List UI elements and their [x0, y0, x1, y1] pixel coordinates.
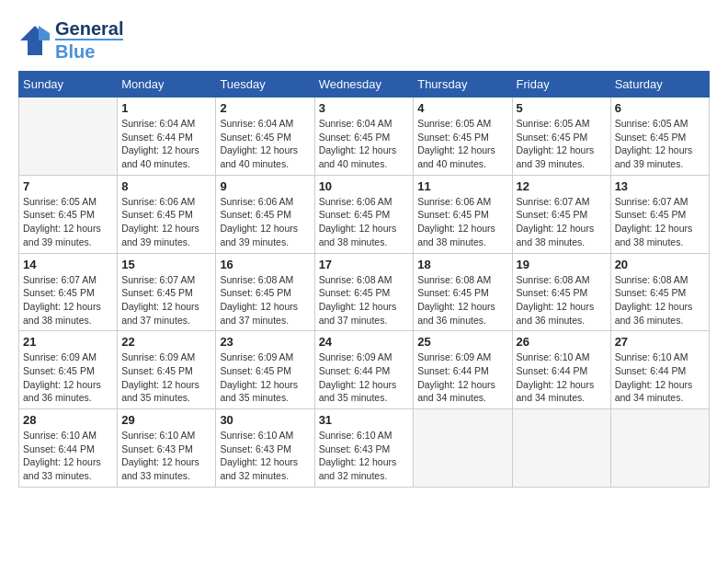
calendar-cell: 2Sunrise: 6:04 AM Sunset: 6:45 PM Daylig… [216, 98, 314, 176]
day-number: 3 [319, 101, 410, 115]
calendar-cell: 25Sunrise: 6:09 AM Sunset: 6:44 PM Dayli… [414, 331, 512, 409]
calendar-cell: 27Sunrise: 6:10 AM Sunset: 6:44 PM Dayli… [610, 331, 709, 409]
calendar-cell: 24Sunrise: 6:09 AM Sunset: 6:44 PM Dayli… [314, 331, 414, 409]
day-info: Sunrise: 6:07 AM Sunset: 6:45 PM Dayligh… [615, 195, 705, 249]
calendar-cell: 31Sunrise: 6:10 AM Sunset: 6:43 PM Dayli… [314, 409, 414, 488]
day-info: Sunrise: 6:05 AM Sunset: 6:45 PM Dayligh… [517, 117, 607, 171]
calendar-cell: 19Sunrise: 6:08 AM Sunset: 6:45 PM Dayli… [512, 253, 610, 331]
day-info: Sunrise: 6:07 AM Sunset: 6:45 PM Dayligh… [121, 273, 211, 327]
week-row-2: 7Sunrise: 6:05 AM Sunset: 6:45 PM Daylig… [19, 175, 710, 253]
day-number: 23 [220, 335, 310, 349]
calendar-cell [610, 409, 709, 488]
day-info: Sunrise: 6:08 AM Sunset: 6:45 PM Dayligh… [220, 273, 310, 327]
day-number: 19 [517, 258, 607, 271]
day-info: Sunrise: 6:06 AM Sunset: 6:45 PM Dayligh… [417, 195, 507, 249]
calendar-cell: 26Sunrise: 6:10 AM Sunset: 6:44 PM Dayli… [512, 331, 610, 409]
calendar-cell: 7Sunrise: 6:05 AM Sunset: 6:45 PM Daylig… [19, 175, 118, 253]
calendar-cell: 14Sunrise: 6:07 AM Sunset: 6:45 PM Dayli… [19, 253, 118, 331]
week-row-1: 1Sunrise: 6:04 AM Sunset: 6:44 PM Daylig… [19, 98, 710, 176]
calendar-cell: 12Sunrise: 6:07 AM Sunset: 6:45 PM Dayli… [512, 175, 610, 253]
day-info: Sunrise: 6:10 AM Sunset: 6:44 PM Dayligh… [23, 429, 113, 483]
day-number: 30 [220, 413, 310, 427]
day-number: 1 [121, 101, 211, 115]
day-number: 6 [615, 101, 705, 115]
day-number: 15 [121, 258, 211, 271]
logo-blue: Blue [55, 39, 123, 62]
day-number: 27 [615, 335, 705, 349]
day-info: Sunrise: 6:09 AM Sunset: 6:45 PM Dayligh… [220, 350, 310, 405]
header-wednesday: Wednesday [314, 72, 414, 98]
calendar-cell: 30Sunrise: 6:10 AM Sunset: 6:43 PM Dayli… [216, 409, 314, 488]
calendar-cell [414, 409, 512, 488]
day-number: 20 [615, 258, 705, 271]
day-info: Sunrise: 6:09 AM Sunset: 6:45 PM Dayligh… [23, 350, 113, 405]
day-info: Sunrise: 6:08 AM Sunset: 6:45 PM Dayligh… [615, 273, 705, 327]
day-number: 10 [319, 179, 410, 193]
day-info: Sunrise: 6:06 AM Sunset: 6:45 PM Dayligh… [319, 195, 410, 249]
day-info: Sunrise: 6:05 AM Sunset: 6:45 PM Dayligh… [23, 195, 113, 249]
day-info: Sunrise: 6:04 AM Sunset: 6:45 PM Dayligh… [319, 117, 410, 171]
day-number: 24 [319, 335, 410, 349]
calendar-cell: 4Sunrise: 6:05 AM Sunset: 6:45 PM Daylig… [414, 98, 512, 176]
day-number: 4 [417, 101, 507, 115]
header-saturday: Saturday [610, 72, 709, 98]
day-number: 16 [220, 258, 310, 271]
day-info: Sunrise: 6:09 AM Sunset: 6:44 PM Dayligh… [417, 350, 507, 405]
day-info: Sunrise: 6:06 AM Sunset: 6:45 PM Dayligh… [121, 195, 211, 249]
calendar-cell: 11Sunrise: 6:06 AM Sunset: 6:45 PM Dayli… [414, 175, 512, 253]
header-tuesday: Tuesday [216, 72, 314, 98]
calendar-cell: 5Sunrise: 6:05 AM Sunset: 6:45 PM Daylig… [512, 98, 610, 176]
calendar-cell: 17Sunrise: 6:08 AM Sunset: 6:45 PM Dayli… [314, 253, 414, 331]
calendar-cell: 16Sunrise: 6:08 AM Sunset: 6:45 PM Dayli… [216, 253, 314, 331]
header-thursday: Thursday [414, 72, 512, 98]
calendar-cell: 9Sunrise: 6:06 AM Sunset: 6:45 PM Daylig… [216, 175, 314, 253]
calendar-cell: 3Sunrise: 6:04 AM Sunset: 6:45 PM Daylig… [314, 98, 414, 176]
calendar-cell: 1Sunrise: 6:04 AM Sunset: 6:44 PM Daylig… [118, 98, 216, 176]
header-monday: Monday [118, 72, 216, 98]
day-info: Sunrise: 6:05 AM Sunset: 6:45 PM Dayligh… [417, 117, 507, 171]
calendar-cell: 6Sunrise: 6:05 AM Sunset: 6:45 PM Daylig… [610, 98, 709, 176]
day-number: 28 [23, 413, 113, 427]
day-info: Sunrise: 6:07 AM Sunset: 6:45 PM Dayligh… [517, 195, 607, 249]
page-header: General Blue [18, 18, 710, 62]
day-number: 8 [121, 179, 211, 193]
day-number: 21 [23, 335, 113, 349]
day-info: Sunrise: 6:08 AM Sunset: 6:45 PM Dayligh… [319, 273, 410, 327]
calendar-cell: 28Sunrise: 6:10 AM Sunset: 6:44 PM Dayli… [19, 409, 118, 488]
day-info: Sunrise: 6:10 AM Sunset: 6:43 PM Dayligh… [121, 429, 211, 483]
day-number: 12 [517, 179, 607, 193]
day-info: Sunrise: 6:04 AM Sunset: 6:45 PM Dayligh… [220, 117, 310, 171]
calendar-header-row: SundayMondayTuesdayWednesdayThursdayFrid… [19, 72, 710, 98]
calendar-table: SundayMondayTuesdayWednesdayThursdayFrid… [18, 71, 710, 488]
header-sunday: Sunday [19, 72, 118, 98]
calendar-cell: 8Sunrise: 6:06 AM Sunset: 6:45 PM Daylig… [118, 175, 216, 253]
week-row-3: 14Sunrise: 6:07 AM Sunset: 6:45 PM Dayli… [19, 253, 710, 331]
calendar-cell: 20Sunrise: 6:08 AM Sunset: 6:45 PM Dayli… [610, 253, 709, 331]
day-info: Sunrise: 6:10 AM Sunset: 6:44 PM Dayligh… [517, 350, 607, 405]
day-number: 5 [517, 101, 607, 115]
day-info: Sunrise: 6:07 AM Sunset: 6:45 PM Dayligh… [23, 273, 113, 327]
calendar-cell: 22Sunrise: 6:09 AM Sunset: 6:45 PM Dayli… [118, 331, 216, 409]
day-info: Sunrise: 6:09 AM Sunset: 6:45 PM Dayligh… [121, 350, 211, 405]
calendar-cell: 15Sunrise: 6:07 AM Sunset: 6:45 PM Dayli… [118, 253, 216, 331]
day-number: 7 [23, 179, 113, 193]
calendar-cell: 13Sunrise: 6:07 AM Sunset: 6:45 PM Dayli… [610, 175, 709, 253]
day-number: 31 [319, 413, 410, 427]
calendar-cell: 18Sunrise: 6:08 AM Sunset: 6:45 PM Dayli… [414, 253, 512, 331]
day-number: 25 [417, 335, 507, 349]
header-friday: Friday [512, 72, 610, 98]
calendar-cell: 21Sunrise: 6:09 AM Sunset: 6:45 PM Dayli… [19, 331, 118, 409]
day-number: 9 [220, 179, 310, 193]
svg-marker-1 [39, 26, 50, 40]
day-number: 18 [417, 258, 507, 271]
calendar-cell [512, 409, 610, 488]
day-info: Sunrise: 6:10 AM Sunset: 6:43 PM Dayligh… [220, 429, 310, 483]
week-row-5: 28Sunrise: 6:10 AM Sunset: 6:44 PM Dayli… [19, 409, 710, 488]
day-info: Sunrise: 6:06 AM Sunset: 6:45 PM Dayligh… [220, 195, 310, 249]
day-info: Sunrise: 6:09 AM Sunset: 6:44 PM Dayligh… [319, 350, 410, 405]
day-number: 14 [23, 258, 113, 271]
day-number: 2 [220, 101, 310, 115]
calendar-cell: 29Sunrise: 6:10 AM Sunset: 6:43 PM Dayli… [118, 409, 216, 488]
logo: General Blue [18, 18, 123, 62]
day-number: 29 [121, 413, 211, 427]
